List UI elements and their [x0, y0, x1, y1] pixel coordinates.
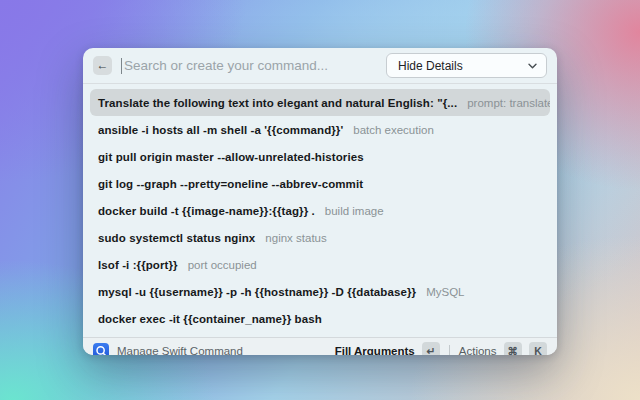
command-description: nginx status [265, 232, 326, 244]
command-row-git-log[interactable]: git log --graph --pretty=oneline --abbre… [90, 170, 550, 197]
search-bar: ← Hide Details [83, 48, 557, 84]
command-text: git pull origin master --allow-unrelated… [98, 151, 364, 163]
command-text: docker exec -it {{container_name}} bash [98, 313, 322, 325]
footer-bar: Manage Swift Command Fill Arguments ↵ Ac… [83, 337, 557, 355]
return-icon: ↵ [426, 345, 435, 356]
command-row-mysql[interactable]: mysql -u {{username}} -p -h {{hostname}}… [90, 278, 550, 305]
enter-key-badge[interactable]: ↵ [422, 342, 440, 355]
command-text: git log --graph --pretty=oneline --abbre… [98, 178, 363, 190]
swift-command-app-icon [93, 343, 109, 356]
actions-button[interactable]: Actions [459, 345, 497, 356]
command-description: prompt: translate the clipboard text int… [467, 97, 550, 109]
chevron-down-icon [528, 63, 537, 69]
command-row-lsof-port[interactable]: lsof -i :{{port}} port occupied [90, 251, 550, 278]
command-text: sudo systemctl status nginx [98, 232, 255, 244]
command-description: MySQL [426, 286, 464, 298]
command-description: build image [325, 205, 384, 217]
footer-app-name: Manage Swift Command [117, 345, 243, 356]
footer-left: Manage Swift Command [93, 343, 335, 356]
command-row-translate[interactable]: Translate the following text into elegan… [90, 89, 550, 116]
details-dropdown-value: Hide Details [398, 59, 528, 73]
footer-right: Fill Arguments ↵ Actions ⌘ K [335, 342, 547, 355]
command-row-ansible[interactable]: ansible -i hosts all -m shell -a '{{comm… [90, 116, 550, 143]
command-text: lsof -i :{{port}} [98, 259, 178, 271]
details-dropdown[interactable]: Hide Details [386, 53, 547, 78]
command-row-git-pull[interactable]: git pull origin master --allow-unrelated… [90, 143, 550, 170]
k-key-label: K [534, 345, 542, 356]
fill-arguments-button[interactable]: Fill Arguments [335, 345, 415, 356]
command-list: Translate the following text into elegan… [83, 84, 557, 337]
swift-command-window: ← Hide Details Translate the following t… [83, 48, 557, 355]
command-text: docker build -t {{image-name}}:{{tag}} . [98, 205, 315, 217]
command-description: port occupied [188, 259, 257, 271]
back-button[interactable]: ← [93, 56, 112, 75]
command-key-icon: ⌘ [508, 345, 519, 356]
command-text: ansible -i hosts all -m shell -a '{{comm… [98, 124, 343, 136]
command-row-docker-exec[interactable]: docker exec -it {{container_name}} bash [90, 305, 550, 332]
k-key-badge[interactable]: K [529, 342, 547, 355]
command-row-docker-build[interactable]: docker build -t {{image-name}}:{{tag}} .… [90, 197, 550, 224]
command-row-systemctl-nginx[interactable]: sudo systemctl status nginx nginx status [90, 224, 550, 251]
desktop-background: ← Hide Details Translate the following t… [0, 0, 640, 400]
command-text: Translate the following text into elegan… [98, 97, 457, 109]
footer-divider [449, 345, 450, 356]
cmd-key-badge[interactable]: ⌘ [504, 342, 523, 355]
search-input[interactable] [122, 58, 386, 73]
command-description: batch execution [353, 124, 434, 136]
command-text: mysql -u {{username}} -p -h {{hostname}}… [98, 286, 416, 298]
back-arrow-icon: ← [97, 56, 109, 75]
